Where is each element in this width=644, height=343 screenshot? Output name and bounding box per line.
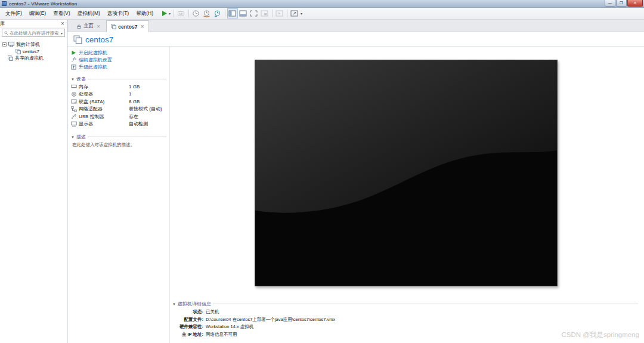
stretch-dropdown-icon[interactable]: ▾	[301, 11, 302, 16]
tab-label: centos7	[118, 24, 137, 30]
thumbnail-bar-icon	[239, 10, 247, 17]
console-icon	[275, 10, 283, 17]
vmware-window: centos7 - VMware Workstation — ❐ ✕ 文件(F)…	[0, 0, 644, 343]
fullscreen-button[interactable]	[249, 8, 259, 18]
display-icon	[71, 121, 79, 127]
titlebar: centos7 - VMware Workstation — ❐ ✕	[0, 0, 644, 8]
tree-item-shared-vms[interactable]: 共享的虚拟机	[0, 55, 67, 62]
main-area: 主页 ✕ centos7 ✕ centos7	[67, 20, 644, 343]
vm-screen-image	[255, 60, 557, 286]
edit-vm-settings-link[interactable]: 编辑虚拟机设置	[71, 56, 112, 63]
device-row-network-adapter[interactable]: 网络适配器 桥接模式 (自动)	[71, 106, 169, 113]
library-title: 库	[0, 20, 5, 27]
tab-centos7[interactable]: centos7 ✕	[106, 20, 148, 32]
home-icon	[76, 24, 82, 29]
tree-item-label: centos7	[23, 49, 39, 54]
vm-screen-preview[interactable]	[255, 60, 558, 286]
upgrade-icon	[71, 64, 76, 70]
library-header: 库 ✕	[0, 20, 67, 27]
tab-bar: 主页 ✕ centos7 ✕	[67, 20, 644, 32]
menu-help[interactable]: 帮助(H)	[132, 8, 157, 19]
minimize-button[interactable]: —	[605, 0, 615, 7]
console-view-button[interactable]	[274, 8, 285, 18]
hard-disk-icon	[71, 98, 79, 104]
menu-view[interactable]: 查看(V)	[49, 8, 73, 19]
collapse-arrow-icon[interactable]: ▼	[172, 302, 176, 306]
upgrade-vm-link[interactable]: 升级此虚拟机	[71, 63, 112, 70]
menu-vm[interactable]: 虚拟机(M)	[74, 8, 104, 19]
detail-label-hw-compat: 硬件兼容性:	[172, 324, 203, 330]
computer-icon	[8, 42, 14, 47]
expander-icon[interactable]	[2, 42, 7, 47]
menu-file[interactable]: 文件(F)	[2, 8, 26, 19]
tree-item-label: 我的计算机	[16, 41, 40, 48]
stretch-guest-button[interactable]	[289, 8, 300, 18]
window-title: centos7 - VMware Workstation	[9, 1, 77, 7]
csdn-watermark: CSDN @我是springmeng	[561, 330, 639, 339]
device-row-hard-disk[interactable]: 硬盘 (SATA) 8 GB	[71, 98, 169, 106]
collapse-arrow-icon[interactable]: ▼	[71, 78, 75, 81]
device-row-display[interactable]: 显示器 自动检测	[71, 120, 169, 128]
cpu-icon	[71, 91, 79, 97]
tab-label: 主页	[83, 23, 94, 30]
device-list: 内存 1 GB 处理器 1 硬盘 (SATA)	[71, 83, 169, 128]
devices-section-header[interactable]: ▼ 设备	[71, 76, 166, 82]
snapshot-manager-icon	[213, 10, 221, 17]
unity-icon	[261, 10, 268, 17]
detail-label-config-file: 配置文件:	[172, 317, 203, 323]
menubar: 文件(F) 编辑(E) 查看(V) 虚拟机(M) 选项卡(T) 帮助(H) ▾	[0, 8, 644, 20]
show-thumbnail-bar-button[interactable]	[238, 8, 249, 18]
description-section-header[interactable]: ▼ 描述	[71, 134, 166, 140]
wrench-icon	[71, 57, 76, 63]
library-search[interactable]: ▾	[2, 29, 65, 37]
detail-value-state: 已关机	[206, 309, 638, 315]
vm-commands: 开启此虚拟机 编辑虚拟机设置 升级此虚拟机	[71, 49, 112, 70]
usb-icon	[71, 113, 79, 119]
detail-label-state: 状态:	[172, 309, 203, 315]
unity-mode-button[interactable]	[259, 8, 270, 18]
tree-item-label: 共享的虚拟机	[15, 55, 44, 61]
shared-vm-icon	[8, 55, 13, 61]
device-row-usb-controller[interactable]: USB 控制器 存在	[71, 113, 169, 120]
detail-value-config-file: D:\course\04 在centos7上部署一个java应用\centos7…	[206, 317, 638, 323]
memory-icon	[71, 84, 79, 89]
tab-home[interactable]: 主页 ✕	[72, 20, 105, 32]
column-divider	[169, 47, 170, 343]
search-input[interactable]	[10, 30, 60, 36]
power-dropdown-icon[interactable]: ▾	[169, 11, 171, 16]
tree-item-centos7[interactable]: centos7	[0, 48, 67, 55]
stretch-icon	[290, 10, 298, 17]
library-pane-icon	[228, 10, 236, 17]
tab-close-icon[interactable]: ✕	[97, 24, 100, 29]
take-snapshot-button[interactable]	[191, 8, 202, 18]
search-dropdown-icon[interactable]: ▾	[61, 31, 63, 35]
tree-item-my-computer[interactable]: 我的计算机	[0, 41, 67, 48]
snapshot-clock-icon	[192, 10, 200, 17]
vm-icon	[111, 24, 116, 29]
device-row-processors[interactable]: 处理器 1	[71, 91, 169, 98]
close-button[interactable]: ✕	[627, 0, 643, 7]
detail-label-primary-ip: 主 IP 地址:	[172, 332, 203, 338]
collapse-arrow-icon[interactable]: ▼	[71, 135, 75, 139]
details-section-header[interactable]: ▼ 虚拟机详细信息	[172, 301, 638, 307]
menu-edit[interactable]: 编辑(E)	[26, 8, 49, 19]
keyboard-icon	[177, 10, 185, 17]
manage-snapshots-button[interactable]	[212, 8, 223, 18]
library-close-icon[interactable]: ✕	[61, 21, 64, 26]
menu-tabs[interactable]: 选项卡(T)	[104, 8, 132, 19]
network-icon	[71, 106, 79, 112]
title-divider	[67, 46, 644, 47]
tab-close-icon[interactable]: ✕	[140, 24, 144, 29]
description-placeholder[interactable]: 在此处键入对该虚拟机的描述。	[72, 142, 166, 148]
vm-summary-page: centos7 开启此虚拟机 编辑虚拟机设置	[67, 32, 644, 343]
revert-snapshot-button[interactable]	[202, 8, 212, 18]
revert-clock-icon	[203, 10, 210, 17]
show-library-button[interactable]	[227, 8, 238, 18]
power-on-button[interactable]: ▾	[160, 10, 171, 17]
maximize-button[interactable]: ❐	[616, 0, 627, 7]
device-row-memory[interactable]: 内存 1 GB	[71, 83, 169, 91]
send-ctrl-alt-del-button[interactable]	[176, 8, 187, 18]
power-on-vm-link[interactable]: 开启此虚拟机	[71, 49, 112, 56]
library-sidebar: 库 ✕ ▾ 我的计算机	[0, 20, 67, 343]
play-icon	[160, 10, 168, 17]
